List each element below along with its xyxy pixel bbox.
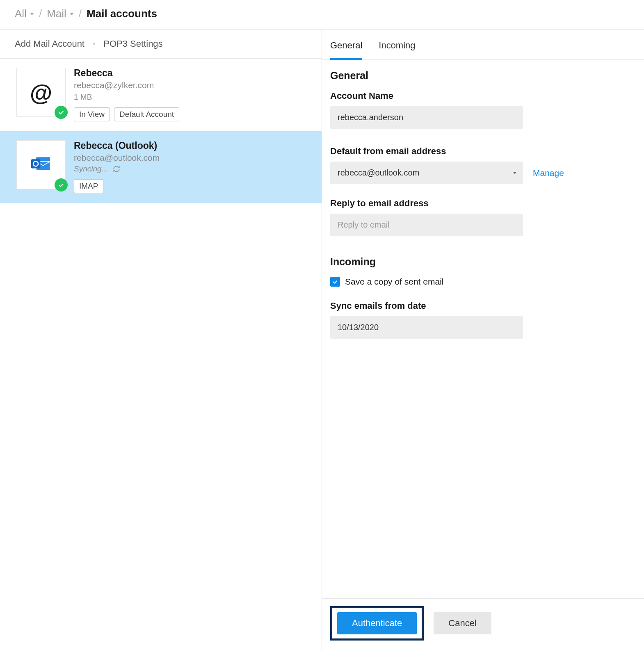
chevron-down-icon bbox=[30, 13, 34, 15]
at-sign-icon: @ bbox=[30, 79, 53, 106]
pop3-settings-link[interactable]: POP3 Settings bbox=[103, 39, 162, 49]
account-avatar: @ bbox=[16, 68, 66, 117]
authenticate-button[interactable]: Authenticate bbox=[337, 612, 417, 634]
manage-link[interactable]: Manage bbox=[533, 168, 564, 178]
authenticate-highlight: Authenticate bbox=[330, 606, 424, 641]
sync-from-label: Sync emails from date bbox=[330, 301, 636, 311]
account-avatar bbox=[16, 140, 66, 189]
account-name-label: Account Name bbox=[330, 91, 636, 101]
cancel-button[interactable]: Cancel bbox=[434, 612, 491, 634]
sync-from-input[interactable] bbox=[330, 316, 523, 339]
account-card-selected[interactable]: Rebecca (Outlook) rebecca@outlook.com Sy… bbox=[0, 131, 322, 203]
section-general-heading: General bbox=[330, 70, 636, 82]
breadcrumb-mail[interactable]: Mail bbox=[47, 7, 74, 20]
verified-badge-icon bbox=[55, 106, 68, 119]
outlook-icon bbox=[30, 155, 53, 175]
footer: Authenticate Cancel bbox=[322, 598, 644, 652]
account-card[interactable]: @ Rebecca rebecca@zylker.com 1 MB In Vie… bbox=[0, 59, 322, 131]
reply-to-label: Reply to email address bbox=[330, 198, 636, 209]
accounts-header: Add Mail Account • POP3 Settings bbox=[0, 30, 322, 59]
tabs: General Incoming bbox=[322, 30, 644, 60]
account-info: Rebecca (Outlook) rebecca@outlook.com Sy… bbox=[74, 140, 160, 193]
chevron-down-icon bbox=[70, 13, 74, 15]
breadcrumb: All / Mail / Mail accounts bbox=[0, 0, 644, 30]
accounts-pane: Add Mail Account • POP3 Settings @ Rebec… bbox=[0, 30, 322, 652]
section-incoming-heading: Incoming bbox=[330, 256, 636, 268]
account-name: Rebecca bbox=[74, 68, 179, 79]
dot-sep: • bbox=[93, 40, 95, 48]
verified-badge-icon bbox=[55, 178, 68, 191]
reply-to-input[interactable] bbox=[330, 214, 523, 236]
breadcrumb-current: Mail accounts bbox=[87, 7, 157, 20]
account-info: Rebecca rebecca@zylker.com 1 MB In View … bbox=[74, 68, 179, 121]
breadcrumb-sep: / bbox=[39, 7, 42, 20]
save-copy-label: Save a copy of sent email bbox=[345, 277, 443, 287]
settings-pane: General Incoming General Account Name De… bbox=[322, 30, 644, 652]
account-name-input[interactable] bbox=[330, 106, 523, 129]
breadcrumb-sep: / bbox=[79, 7, 82, 20]
breadcrumb-all-label: All bbox=[15, 7, 27, 20]
account-syncing-status: Syncing... bbox=[74, 164, 108, 173]
account-email: rebecca@outlook.com bbox=[74, 153, 160, 163]
breadcrumb-mail-label: Mail bbox=[47, 7, 66, 20]
account-email: rebecca@zylker.com bbox=[74, 80, 179, 90]
chip-in-view[interactable]: In View bbox=[74, 107, 110, 121]
chip-default-account[interactable]: Default Account bbox=[114, 107, 179, 121]
refresh-icon[interactable] bbox=[113, 165, 120, 173]
breadcrumb-all[interactable]: All bbox=[15, 7, 34, 20]
chip-imap[interactable]: IMAP bbox=[74, 179, 103, 193]
svg-rect-1 bbox=[31, 159, 40, 168]
tab-incoming[interactable]: Incoming bbox=[379, 40, 415, 59]
tab-general[interactable]: General bbox=[330, 40, 362, 60]
default-from-select[interactable]: rebecca@outlook.com bbox=[330, 162, 523, 184]
add-mail-account-link[interactable]: Add Mail Account bbox=[15, 39, 84, 49]
save-copy-checkbox[interactable] bbox=[330, 277, 340, 287]
account-size: 1 MB bbox=[74, 93, 179, 102]
default-from-label: Default from email address bbox=[330, 146, 636, 157]
account-name: Rebecca (Outlook) bbox=[74, 140, 160, 151]
